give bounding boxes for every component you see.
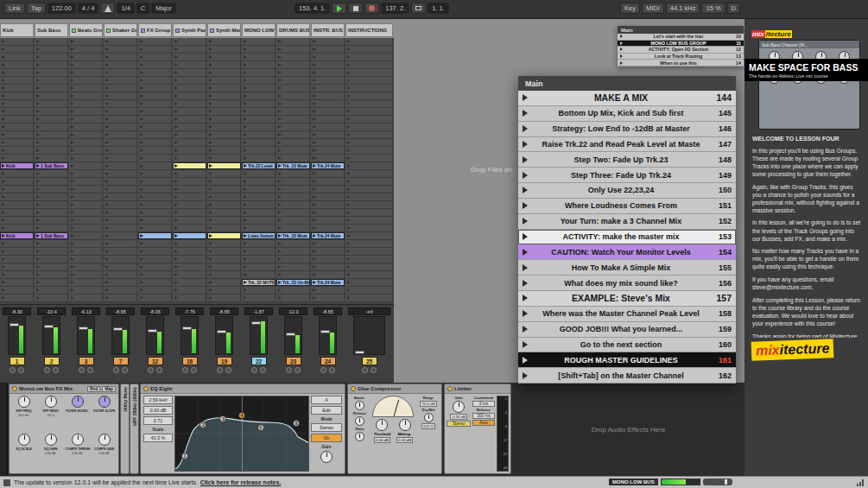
clip-slot[interactable]	[242, 61, 276, 69]
clip-slot[interactable]	[207, 295, 241, 302]
clip-slot[interactable]	[207, 116, 241, 124]
limiter-device-header[interactable]: Limiter	[445, 384, 510, 394]
fader-handle[interactable]	[148, 329, 157, 333]
clip-slot[interactable]	[69, 147, 103, 155]
small-lesson-row-14[interactable]: When to use this14	[618, 60, 744, 67]
eq-ab-button[interactable]: A	[311, 396, 342, 404]
clip-slot[interactable]	[69, 61, 103, 69]
clip-slot[interactable]	[242, 124, 276, 131]
clip-slot[interactable]	[207, 217, 241, 225]
clip-slot[interactable]	[345, 279, 393, 287]
clip-slot[interactable]	[138, 155, 172, 162]
clip-slot[interactable]	[311, 139, 345, 147]
clip-slot[interactable]	[276, 155, 310, 162]
lesson-row-156[interactable]: What does my mix sound like?156	[518, 276, 736, 291]
clip-slot[interactable]	[0, 263, 34, 271]
clip-slot[interactable]	[35, 279, 68, 287]
mixer-strip-16[interactable]: -7.7616	[173, 307, 206, 383]
session-clip[interactable]	[207, 162, 241, 169]
mixer-strip-22[interactable]: -1.8722	[242, 307, 276, 383]
clip-slot[interactable]	[345, 92, 393, 100]
eq-q-value[interactable]: 0.71	[143, 416, 173, 425]
clip-slot[interactable]	[69, 248, 103, 256]
clip-slot[interactable]	[207, 201, 241, 209]
fader-handle[interactable]	[182, 326, 192, 330]
clip-slot[interactable]	[276, 263, 310, 271]
session-clip[interactable]: Trk.24 Mute	[311, 232, 345, 239]
clip-slot[interactable]	[276, 116, 310, 124]
clip-slot[interactable]	[242, 287, 276, 295]
transport-indicator[interactable]: Key	[620, 3, 640, 14]
clip-slot[interactable]	[311, 186, 345, 193]
fader-handle[interactable]	[251, 321, 261, 325]
glue-makeup-knob[interactable]	[399, 419, 411, 431]
clip-slot[interactable]	[276, 38, 310, 46]
clip-slot[interactable]	[173, 61, 206, 69]
volume-fader[interactable]	[77, 316, 95, 355]
clip-slot[interactable]	[173, 69, 206, 77]
clip-slot[interactable]	[242, 248, 276, 256]
clip-slot[interactable]	[207, 155, 241, 162]
track-header-drums-bus[interactable]: DRUMS BUS	[276, 23, 310, 37]
clip-slot[interactable]	[69, 124, 103, 131]
clip-slot[interactable]	[345, 287, 393, 295]
send-a-knob[interactable]	[113, 367, 119, 373]
clip-slot[interactable]	[138, 217, 172, 225]
clip-slot[interactable]	[104, 54, 137, 61]
clip-slot[interactable]	[104, 116, 137, 124]
time-signature-field[interactable]: 4 / 4	[78, 3, 99, 14]
clip-slot[interactable]	[104, 201, 137, 209]
clip-slot[interactable]	[35, 201, 68, 209]
send-b-knob[interactable]	[53, 367, 59, 373]
clip-slot[interactable]	[207, 92, 241, 100]
session-column-beats-grou[interactable]	[69, 38, 103, 304]
clip-slot[interactable]	[311, 248, 345, 256]
eq-band-2[interactable]: 2	[200, 421, 206, 428]
track-volume-value[interactable]: -8.65	[210, 307, 238, 315]
volume-fader[interactable]	[111, 316, 130, 355]
clip-slot[interactable]	[345, 256, 393, 263]
clip-slot[interactable]	[0, 209, 34, 217]
fader-handle[interactable]	[113, 327, 123, 331]
clip-slot[interactable]	[242, 77, 276, 85]
session-clip[interactable]: Kick	[0, 162, 34, 169]
clip-slot[interactable]	[138, 170, 172, 178]
clip-slot[interactable]	[311, 263, 345, 271]
clip-slot[interactable]	[104, 124, 137, 131]
clip-slot[interactable]	[276, 69, 310, 77]
clip-slot[interactable]	[173, 77, 206, 85]
clip-slot[interactable]	[345, 77, 393, 85]
session-clip[interactable]: Trk.24 Mute	[311, 279, 345, 286]
glue-threshold-knob[interactable]	[376, 419, 388, 431]
mixer-strip-3[interactable]: -6.133	[69, 307, 103, 383]
clip-slot[interactable]	[0, 248, 34, 256]
transport-indicator[interactable]: 44.1 kHz	[666, 3, 700, 14]
clip-slot[interactable]	[207, 54, 241, 61]
clip-slot[interactable]	[69, 217, 103, 225]
clip-slot[interactable]	[173, 124, 206, 131]
clip-slot[interactable]	[345, 178, 393, 186]
track-volume-value[interactable]: -8.65	[106, 307, 135, 315]
clip-slot[interactable]	[69, 193, 103, 201]
clip-slot[interactable]	[276, 295, 310, 302]
clip-slot[interactable]	[0, 85, 34, 92]
fader-handle[interactable]	[320, 330, 330, 333]
session-clip[interactable]: Trk.22 Level	[242, 162, 276, 169]
clip-slot[interactable]	[173, 209, 206, 217]
clip-slot[interactable]	[35, 225, 68, 232]
clip-slot[interactable]	[207, 287, 241, 295]
clip-slot[interactable]	[138, 256, 172, 263]
clip-slot[interactable]	[276, 170, 310, 178]
clip-slot[interactable]	[345, 217, 393, 225]
clip-slot[interactable]	[0, 69, 34, 77]
macro-knob-6[interactable]: EQ GAIN0.00 dB	[37, 434, 64, 472]
clip-slot[interactable]	[173, 186, 206, 193]
clip-slot[interactable]	[242, 38, 276, 46]
send-a-knob[interactable]	[286, 367, 292, 373]
clip-slot[interactable]	[104, 217, 137, 225]
clip-slot[interactable]	[35, 263, 68, 271]
link-button[interactable]: Link	[4, 3, 25, 14]
clip-slot[interactable]	[345, 201, 393, 209]
macro-knob-4[interactable]: FILTER SLOPE	[91, 396, 117, 434]
clip-slot[interactable]	[0, 131, 34, 139]
